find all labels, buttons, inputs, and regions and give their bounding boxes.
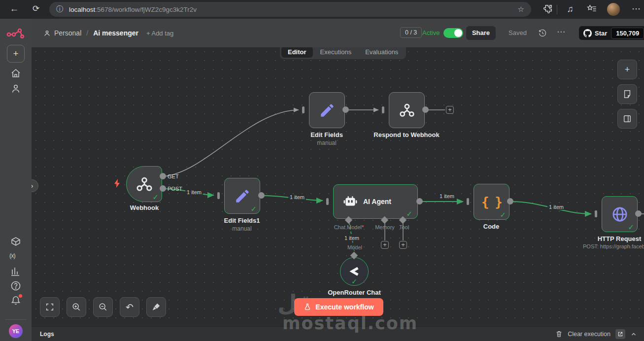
- user-avatar[interactable]: YE: [9, 324, 23, 338]
- respond-webhook-input-port[interactable]: [382, 106, 384, 113]
- node-label-edit-fields1: Edit Fields1: [224, 217, 260, 224]
- logs-title: Logs: [40, 331, 54, 338]
- add-tag-button[interactable]: + Add tag: [146, 30, 173, 37]
- zoom-in-button[interactable]: [67, 297, 86, 317]
- tidy-up-button[interactable]: [146, 297, 166, 317]
- active-toggle[interactable]: [443, 28, 463, 38]
- favorites-list-icon[interactable]: [585, 4, 598, 14]
- webhook-get-output-port[interactable]: [160, 173, 166, 179]
- subport-label-tool: Tool: [399, 224, 409, 230]
- ai-agent-input-port[interactable]: [326, 198, 329, 205]
- add-memory-button[interactable]: +: [381, 241, 389, 249]
- node-label-webhook: Webhook: [130, 204, 159, 211]
- add-workflow-button[interactable]: +: [7, 45, 25, 63]
- logs-panel-header[interactable]: Logs Clear execution: [32, 326, 644, 341]
- node-http-request[interactable]: ✓: [602, 196, 638, 232]
- browser-reload-icon[interactable]: ⟳: [30, 3, 42, 14]
- site-info-icon[interactable]: ⓘ: [56, 5, 63, 14]
- wire-label-item: 1 item: [288, 194, 306, 200]
- variables-icon[interactable]: (x): [9, 252, 20, 263]
- node-edit-fields[interactable]: [309, 92, 345, 128]
- node-label-http-request: HTTP Request: [598, 235, 642, 242]
- home-icon[interactable]: [10, 68, 21, 79]
- collapse-chevron-up-icon[interactable]: [630, 331, 637, 338]
- browser-profile-avatar[interactable]: [607, 3, 620, 16]
- personal-icon[interactable]: [10, 83, 21, 94]
- breadcrumb-project[interactable]: Personal: [54, 29, 81, 37]
- browser-menu-icon[interactable]: ⋯: [630, 3, 643, 14]
- success-check-icon: ✓: [628, 223, 634, 232]
- address-bar[interactable]: ⓘ localhost:5678/workflow/fjWZ2c9gc3k2Tr…: [49, 2, 531, 17]
- toolbar-divider: [557, 4, 557, 14]
- popout-icon: [617, 331, 623, 337]
- respond-webhook-output-port[interactable]: [422, 106, 429, 113]
- tab-evaluations[interactable]: Evaluations: [359, 46, 405, 58]
- node-webhook[interactable]: ✓: [126, 166, 162, 202]
- toggle-panel-button[interactable]: [617, 109, 637, 129]
- zoom-to-fit-button[interactable]: [40, 297, 60, 317]
- edit-fields-input-port[interactable]: [302, 106, 305, 113]
- tab-editor[interactable]: Editor: [281, 46, 313, 58]
- share-button[interactable]: Share: [466, 26, 496, 40]
- workflow-title[interactable]: Ai messenger: [93, 29, 138, 37]
- tab-executions[interactable]: Executions: [314, 46, 358, 58]
- zoom-out-button[interactable]: [93, 297, 113, 317]
- node-code[interactable]: { } ✓: [474, 184, 509, 220]
- success-check-icon: ✓: [406, 209, 412, 218]
- port-label-get: GET: [168, 173, 179, 179]
- webhook-post-output-port[interactable]: [160, 185, 166, 192]
- edit-fields1-input-port[interactable]: [217, 192, 220, 199]
- insights-icon[interactable]: [10, 266, 21, 276]
- n8n-workflow-editor: ← ⟳ ⓘ localhost:5678/workflow/fjWZ2c9gc3…: [0, 0, 644, 341]
- toggle-knob: [454, 29, 462, 37]
- trash-icon[interactable]: [555, 330, 563, 338]
- url-text: localhost:5678/workflow/fjWZ2c9gc3k2Tr2v: [69, 6, 197, 13]
- node-openrouter-chat[interactable]: ✓: [340, 257, 369, 286]
- execution-counter-badge: 0 / 3: [400, 27, 422, 38]
- ai-agent-output-port[interactable]: [416, 198, 423, 205]
- code-output-port[interactable]: [507, 198, 513, 205]
- history-icon[interactable]: [538, 29, 547, 39]
- http-request-input-port[interactable]: [595, 210, 597, 217]
- undo-icon: ↶: [126, 302, 134, 313]
- openrouter-icon: [348, 265, 361, 278]
- extensions-icon[interactable]: [541, 4, 554, 14]
- node-edit-fields1[interactable]: ✓: [224, 178, 260, 214]
- robot-icon: [343, 196, 357, 207]
- wire-label-model: Model: [346, 244, 364, 250]
- templates-icon[interactable]: [10, 236, 21, 247]
- media-controls-icon[interactable]: ♫: [564, 4, 576, 14]
- zoom-in-icon: [72, 303, 81, 311]
- help-icon[interactable]: [10, 280, 21, 291]
- clear-execution-button[interactable]: Clear execution: [568, 331, 610, 338]
- app-sidebar: + (x) YE: [0, 19, 32, 341]
- execute-workflow-button[interactable]: Execute workflow: [294, 298, 383, 316]
- edit-fields-output-port[interactable]: [342, 106, 349, 113]
- edit-fields1-output-port[interactable]: [258, 192, 265, 199]
- add-tool-button[interactable]: +: [399, 241, 407, 249]
- open-logs-popout-button[interactable]: [615, 329, 625, 339]
- code-input-port[interactable]: [467, 198, 469, 205]
- n8n-logo[interactable]: [6, 27, 25, 42]
- project-person-icon: [43, 30, 51, 37]
- code-braces-icon: { }: [481, 195, 502, 209]
- workflow-menu-icon[interactable]: ⋯: [557, 27, 565, 37]
- add-node-button[interactable]: +: [617, 60, 637, 79]
- wire-label-item: 1 item: [343, 235, 361, 241]
- browser-back-icon[interactable]: ←: [8, 3, 21, 14]
- bookmark-star-icon[interactable]: ☆: [518, 5, 524, 14]
- undo-button[interactable]: ↶: [120, 297, 139, 317]
- node-respond-to-webhook[interactable]: [389, 92, 425, 128]
- github-star-count: 150,709: [611, 28, 644, 39]
- http-request-output-port[interactable]: [635, 210, 642, 217]
- node-ai-agent[interactable]: AI Agent ✓: [333, 184, 418, 219]
- add-next-node-button[interactable]: +: [446, 106, 454, 114]
- add-sticky-note-button[interactable]: [617, 84, 637, 104]
- notifications-bell-icon[interactable]: [10, 295, 21, 306]
- saved-status: Saved: [508, 29, 527, 36]
- node-label-code: Code: [483, 223, 500, 230]
- url-path: :5678/workflow/fjWZ2c9gc3k2Tr2v: [95, 6, 197, 13]
- github-star-widget[interactable]: Star 150,709: [579, 26, 644, 40]
- wire-label-item: 1 item: [185, 189, 203, 195]
- webhook-icon: [399, 102, 415, 118]
